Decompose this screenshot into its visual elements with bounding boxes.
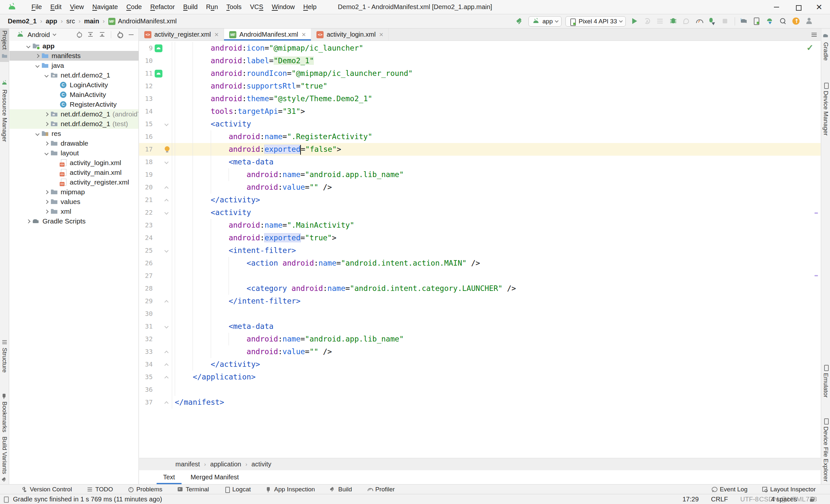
- sdk-manager-button[interactable]: [765, 17, 775, 26]
- fold-close-icon[interactable]: [164, 401, 168, 405]
- profile-avatar[interactable]: [804, 17, 814, 26]
- menu-build[interactable]: Build: [179, 3, 202, 11]
- search-everywhere-button[interactable]: [778, 17, 788, 26]
- chevron-right-icon[interactable]: [44, 141, 49, 146]
- device-manager-button[interactable]: [753, 17, 762, 26]
- tree-row[interactable]: net.drf.demo2_1(test): [9, 119, 138, 129]
- fold-close-icon[interactable]: [164, 363, 168, 368]
- tool-button-gradle[interactable]: Gradle: [821, 30, 830, 63]
- tool-button-project[interactable]: Project: [0, 29, 9, 62]
- menu-file[interactable]: File: [27, 3, 46, 11]
- profile-app-button[interactable]: [707, 17, 717, 26]
- fold-close-icon[interactable]: [164, 300, 168, 304]
- menu-edit[interactable]: Edit: [46, 3, 65, 11]
- tree-row[interactable]: activity_main.xml: [9, 168, 138, 178]
- minimize-button[interactable]: [766, 0, 787, 14]
- attach-debugger-button[interactable]: [681, 17, 691, 26]
- error-stripe-mark[interactable]: [815, 213, 818, 214]
- tool-window-switcher-icon[interactable]: [3, 496, 9, 502]
- hide-panel-icon[interactable]: [128, 31, 134, 38]
- tree-row[interactable]: RegisterActivity: [9, 100, 138, 109]
- collapse-all-icon[interactable]: [99, 31, 106, 38]
- breadcrumb-item[interactable]: main: [84, 18, 99, 25]
- tool-window-button-logcat[interactable]: Logcat: [224, 486, 251, 493]
- expand-all-icon[interactable]: [88, 31, 94, 38]
- apply-changes-button[interactable]: [643, 17, 652, 26]
- tool-window-button-terminal[interactable]: Terminal: [177, 486, 209, 493]
- chevron-right-icon[interactable]: [26, 219, 30, 223]
- tool-button-build-variants[interactable]: Build Variants: [0, 435, 9, 484]
- tree-row[interactable]: manifests: [9, 51, 138, 61]
- tool-window-button-profiler[interactable]: Profiler: [367, 486, 395, 493]
- select-opened-file-icon[interactable]: [76, 31, 82, 38]
- editor-mode-tab-text[interactable]: Text: [157, 470, 182, 484]
- chevron-down-icon[interactable]: [44, 151, 49, 155]
- tool-button-bookmarks[interactable]: Bookmarks: [0, 391, 9, 434]
- chevron-down-icon[interactable]: [26, 44, 30, 48]
- fold-close-icon[interactable]: [164, 199, 168, 203]
- project-view-select[interactable]: Android: [28, 31, 50, 39]
- chevron-right-icon[interactable]: [44, 122, 49, 126]
- chevron-down-icon[interactable]: [35, 64, 39, 68]
- caret-position[interactable]: 17:29: [682, 496, 699, 503]
- tree-row[interactable]: res: [9, 129, 138, 138]
- menu-view[interactable]: View: [66, 3, 88, 11]
- editor-tab[interactable]: MFAndroidManifest.xml×: [224, 29, 311, 40]
- breadcrumb-item[interactable]: src: [66, 18, 75, 25]
- stop-button[interactable]: [721, 17, 730, 26]
- apply-code-changes-button[interactable]: [656, 17, 665, 26]
- menu-refactor[interactable]: Refactor: [146, 3, 179, 11]
- tree-row[interactable]: activity_login.xml: [9, 158, 138, 168]
- chevron-right-icon[interactable]: [44, 190, 49, 194]
- menu-code[interactable]: Code: [122, 3, 146, 11]
- tool-window-button-version-control[interactable]: Version Control: [22, 486, 72, 493]
- tree-row[interactable]: java: [9, 61, 138, 70]
- sync-gradle-button[interactable]: [739, 17, 749, 26]
- editor-tab[interactable]: <>activity_register.xml×: [139, 29, 224, 40]
- tree-row[interactable]: layout: [9, 148, 138, 158]
- close-icon[interactable]: ×: [215, 30, 219, 39]
- menu-vcs[interactable]: VCS: [246, 3, 267, 11]
- tree-row[interactable]: drawable: [9, 138, 138, 148]
- tree-row[interactable]: app: [9, 41, 138, 51]
- chevron-down-icon[interactable]: [35, 132, 39, 136]
- indent-setting[interactable]: 4 spaces: [771, 496, 797, 503]
- lock-icon[interactable]: [809, 496, 815, 502]
- tool-window-button-todo[interactable]: TODO: [87, 486, 113, 493]
- xml-breadcrumb-item[interactable]: activity: [252, 461, 272, 468]
- fold-open-icon[interactable]: [164, 160, 168, 164]
- file-encoding[interactable]: UTF-8: [740, 496, 759, 503]
- fold-open-icon[interactable]: [164, 248, 168, 253]
- tool-window-button-problems[interactable]: Problems: [128, 486, 162, 493]
- editor-mode-tab-merged-manifest[interactable]: Merged Manifest: [184, 470, 246, 484]
- breadcrumb-item[interactable]: Demo2_1: [8, 18, 37, 25]
- breadcrumb-file[interactable]: MFAndroidManifest.xml: [108, 18, 177, 25]
- debug-button[interactable]: [669, 17, 678, 26]
- error-stripe-mark[interactable]: [815, 275, 818, 276]
- tool-window-button-app-inspection[interactable]: App Inspection: [266, 486, 315, 493]
- tree-row[interactable]: activity_register.xml: [9, 178, 138, 187]
- editor-tabs-menu-icon[interactable]: [811, 31, 817, 38]
- fold-close-icon[interactable]: [164, 186, 168, 190]
- menu-tools[interactable]: Tools: [222, 3, 246, 11]
- run-configuration-select[interactable]: app: [529, 16, 562, 27]
- fold-open-icon[interactable]: [164, 211, 168, 215]
- chevron-right-icon[interactable]: [44, 112, 49, 117]
- tool-button-structure[interactable]: Structure: [0, 337, 9, 375]
- inspections-ok-icon[interactable]: ✓: [806, 43, 813, 53]
- editor-tab[interactable]: <>activity_login.xml×: [311, 29, 389, 40]
- breadcrumb-item[interactable]: app: [46, 18, 57, 25]
- ide-update-button[interactable]: [791, 17, 801, 26]
- tree-row[interactable]: xml: [9, 207, 138, 216]
- tree-row[interactable]: net.drf.demo2_1(androidTest): [9, 109, 138, 119]
- run-button[interactable]: [630, 17, 639, 26]
- xml-breadcrumb-item[interactable]: manifest: [175, 461, 200, 468]
- close-button[interactable]: [808, 0, 830, 14]
- profiler-button[interactable]: [695, 17, 704, 26]
- build-project-button[interactable]: [515, 17, 524, 26]
- fold-close-icon[interactable]: [164, 376, 168, 380]
- tool-window-button-event-log[interactable]: Event Log: [711, 486, 748, 493]
- tree-row[interactable]: net.drf.demo2_1: [9, 70, 138, 80]
- tree-row[interactable]: MainActivity: [9, 90, 138, 100]
- chevron-down-icon[interactable]: [44, 73, 49, 77]
